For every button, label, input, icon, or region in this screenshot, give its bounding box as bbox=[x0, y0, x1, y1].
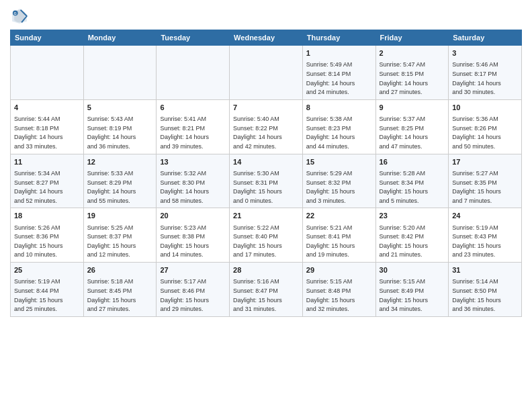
weekday-header-row: SundayMondayTuesdayWednesdayThursdayFrid… bbox=[11, 30, 522, 46]
logo-icon: G bbox=[10, 7, 29, 26]
calendar-cell: 2Sunrise: 5:47 AM Sunset: 8:15 PM Daylig… bbox=[375, 46, 449, 100]
day-number: 10 bbox=[452, 103, 518, 113]
calendar-cell: 25Sunrise: 5:19 AM Sunset: 8:44 PM Dayli… bbox=[11, 263, 84, 317]
day-number: 19 bbox=[87, 211, 153, 221]
day-number: 9 bbox=[380, 103, 445, 113]
day-number: 23 bbox=[380, 211, 445, 221]
page: G SundayMondayTuesdayWednesdayThursdayFr… bbox=[0, 0, 532, 411]
day-detail: Sunrise: 5:38 AM Sunset: 8:23 PM Dayligh… bbox=[306, 116, 355, 150]
day-detail: Sunrise: 5:32 AM Sunset: 8:30 PM Dayligh… bbox=[160, 170, 209, 204]
calendar-cell: 31Sunrise: 5:14 AM Sunset: 8:50 PM Dayli… bbox=[449, 263, 522, 317]
calendar-cell: 14Sunrise: 5:30 AM Sunset: 8:31 PM Dayli… bbox=[230, 154, 303, 208]
day-detail: Sunrise: 5:34 AM Sunset: 8:27 PM Dayligh… bbox=[14, 170, 63, 204]
day-number: 11 bbox=[14, 157, 80, 167]
day-detail: Sunrise: 5:28 AM Sunset: 8:34 PM Dayligh… bbox=[380, 170, 429, 204]
weekday-header-thursday: Thursday bbox=[302, 30, 375, 46]
day-number: 15 bbox=[306, 157, 372, 167]
day-detail: Sunrise: 5:43 AM Sunset: 8:19 PM Dayligh… bbox=[87, 116, 136, 150]
calendar-cell: 28Sunrise: 5:16 AM Sunset: 8:47 PM Dayli… bbox=[230, 263, 303, 317]
day-detail: Sunrise: 5:41 AM Sunset: 8:21 PM Dayligh… bbox=[160, 116, 209, 150]
day-number: 30 bbox=[380, 265, 445, 275]
day-number: 26 bbox=[87, 265, 153, 275]
day-detail: Sunrise: 5:14 AM Sunset: 8:50 PM Dayligh… bbox=[452, 278, 501, 312]
calendar-cell: 8Sunrise: 5:38 AM Sunset: 8:23 PM Daylig… bbox=[302, 99, 375, 154]
day-number: 31 bbox=[452, 265, 518, 275]
day-number: 28 bbox=[233, 265, 299, 275]
day-number: 16 bbox=[380, 157, 445, 167]
day-number: 17 bbox=[452, 157, 518, 167]
calendar-cell: 24Sunrise: 5:19 AM Sunset: 8:43 PM Dayli… bbox=[449, 208, 522, 263]
day-detail: Sunrise: 5:27 AM Sunset: 8:35 PM Dayligh… bbox=[452, 170, 501, 204]
calendar-cell: 3Sunrise: 5:46 AM Sunset: 8:17 PM Daylig… bbox=[449, 46, 522, 100]
calendar-cell bbox=[157, 46, 230, 100]
day-detail: Sunrise: 5:16 AM Sunset: 8:47 PM Dayligh… bbox=[233, 278, 282, 312]
calendar-cell: 26Sunrise: 5:18 AM Sunset: 8:45 PM Dayli… bbox=[83, 263, 157, 317]
day-number: 24 bbox=[452, 211, 518, 221]
calendar-cell: 10Sunrise: 5:36 AM Sunset: 8:26 PM Dayli… bbox=[449, 99, 522, 154]
day-detail: Sunrise: 5:19 AM Sunset: 8:44 PM Dayligh… bbox=[14, 278, 63, 312]
week-row-2: 4Sunrise: 5:44 AM Sunset: 8:18 PM Daylig… bbox=[11, 99, 522, 154]
day-detail: Sunrise: 5:44 AM Sunset: 8:18 PM Dayligh… bbox=[14, 116, 63, 150]
calendar-cell: 20Sunrise: 5:23 AM Sunset: 8:38 PM Dayli… bbox=[157, 208, 230, 263]
day-number: 8 bbox=[306, 103, 372, 113]
calendar-cell: 23Sunrise: 5:20 AM Sunset: 8:42 PM Dayli… bbox=[375, 208, 449, 263]
weekday-header-tuesday: Tuesday bbox=[157, 30, 230, 46]
day-number: 29 bbox=[306, 265, 372, 275]
calendar-cell bbox=[230, 46, 303, 100]
day-detail: Sunrise: 5:18 AM Sunset: 8:45 PM Dayligh… bbox=[87, 278, 136, 312]
day-detail: Sunrise: 5:37 AM Sunset: 8:25 PM Dayligh… bbox=[380, 116, 429, 150]
day-number: 14 bbox=[233, 157, 299, 167]
day-detail: Sunrise: 5:46 AM Sunset: 8:17 PM Dayligh… bbox=[452, 61, 501, 95]
calendar-cell: 21Sunrise: 5:22 AM Sunset: 8:40 PM Dayli… bbox=[230, 208, 303, 263]
calendar-cell bbox=[11, 46, 84, 100]
calendar-cell: 27Sunrise: 5:17 AM Sunset: 8:46 PM Dayli… bbox=[157, 263, 230, 317]
day-detail: Sunrise: 5:33 AM Sunset: 8:29 PM Dayligh… bbox=[87, 170, 136, 204]
day-detail: Sunrise: 5:30 AM Sunset: 8:31 PM Dayligh… bbox=[233, 170, 282, 204]
calendar-cell: 11Sunrise: 5:34 AM Sunset: 8:27 PM Dayli… bbox=[11, 154, 84, 208]
calendar-cell: 9Sunrise: 5:37 AM Sunset: 8:25 PM Daylig… bbox=[375, 99, 449, 154]
calendar-cell: 30Sunrise: 5:15 AM Sunset: 8:49 PM Dayli… bbox=[375, 263, 449, 317]
week-row-5: 25Sunrise: 5:19 AM Sunset: 8:44 PM Dayli… bbox=[11, 263, 522, 317]
day-detail: Sunrise: 5:49 AM Sunset: 8:14 PM Dayligh… bbox=[306, 61, 355, 95]
day-number: 7 bbox=[233, 103, 299, 113]
calendar-cell: 15Sunrise: 5:29 AM Sunset: 8:32 PM Dayli… bbox=[302, 154, 375, 208]
header: G bbox=[10, 7, 522, 26]
calendar-cell: 22Sunrise: 5:21 AM Sunset: 8:41 PM Dayli… bbox=[302, 208, 375, 263]
day-number: 5 bbox=[87, 103, 153, 113]
day-detail: Sunrise: 5:26 AM Sunset: 8:36 PM Dayligh… bbox=[14, 224, 63, 259]
day-detail: Sunrise: 5:23 AM Sunset: 8:38 PM Dayligh… bbox=[160, 224, 209, 259]
calendar-cell: 4Sunrise: 5:44 AM Sunset: 8:18 PM Daylig… bbox=[11, 99, 84, 154]
calendar-cell: 17Sunrise: 5:27 AM Sunset: 8:35 PM Dayli… bbox=[449, 154, 522, 208]
day-number: 2 bbox=[380, 48, 445, 58]
logo: G bbox=[10, 7, 32, 26]
day-number: 6 bbox=[160, 103, 226, 113]
weekday-header-wednesday: Wednesday bbox=[230, 30, 303, 46]
week-row-4: 18Sunrise: 5:26 AM Sunset: 8:36 PM Dayli… bbox=[11, 208, 522, 263]
day-detail: Sunrise: 5:19 AM Sunset: 8:43 PM Dayligh… bbox=[452, 224, 501, 259]
day-number: 27 bbox=[160, 265, 226, 275]
day-number: 1 bbox=[306, 48, 372, 58]
calendar-cell: 16Sunrise: 5:28 AM Sunset: 8:34 PM Dayli… bbox=[375, 154, 449, 208]
day-number: 4 bbox=[14, 103, 80, 113]
week-row-1: 1Sunrise: 5:49 AM Sunset: 8:14 PM Daylig… bbox=[11, 46, 522, 100]
week-row-3: 11Sunrise: 5:34 AM Sunset: 8:27 PM Dayli… bbox=[11, 154, 522, 208]
calendar-cell: 5Sunrise: 5:43 AM Sunset: 8:19 PM Daylig… bbox=[83, 99, 157, 154]
calendar-cell: 7Sunrise: 5:40 AM Sunset: 8:22 PM Daylig… bbox=[230, 99, 303, 154]
day-detail: Sunrise: 5:22 AM Sunset: 8:40 PM Dayligh… bbox=[233, 224, 282, 259]
day-detail: Sunrise: 5:15 AM Sunset: 8:49 PM Dayligh… bbox=[380, 278, 429, 312]
day-detail: Sunrise: 5:17 AM Sunset: 8:46 PM Dayligh… bbox=[160, 278, 209, 312]
day-detail: Sunrise: 5:20 AM Sunset: 8:42 PM Dayligh… bbox=[380, 224, 429, 259]
day-number: 20 bbox=[160, 211, 226, 221]
day-number: 3 bbox=[452, 48, 518, 58]
weekday-header-saturday: Saturday bbox=[449, 30, 522, 46]
calendar-cell: 12Sunrise: 5:33 AM Sunset: 8:29 PM Dayli… bbox=[83, 154, 157, 208]
day-detail: Sunrise: 5:25 AM Sunset: 8:37 PM Dayligh… bbox=[87, 224, 136, 259]
calendar-cell bbox=[83, 46, 157, 100]
calendar-cell: 13Sunrise: 5:32 AM Sunset: 8:30 PM Dayli… bbox=[157, 154, 230, 208]
day-number: 18 bbox=[14, 211, 80, 221]
day-number: 12 bbox=[87, 157, 153, 167]
day-number: 22 bbox=[306, 211, 372, 221]
weekday-header-friday: Friday bbox=[375, 30, 449, 46]
calendar-cell: 19Sunrise: 5:25 AM Sunset: 8:37 PM Dayli… bbox=[83, 208, 157, 263]
weekday-header-monday: Monday bbox=[83, 30, 157, 46]
